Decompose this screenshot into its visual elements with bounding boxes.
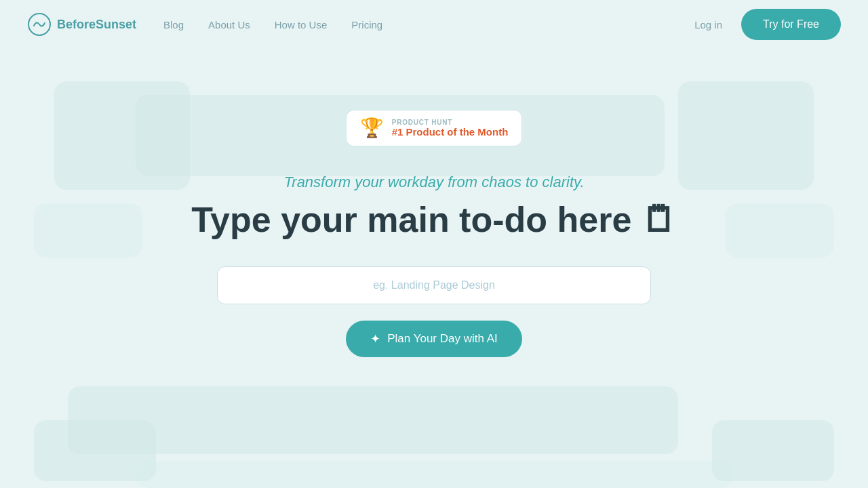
subheadline-accent: from chaos to clarity. <box>448 174 584 190</box>
subheadline-text: Transform your workday <box>284 174 444 190</box>
main-content: 🏆 PRODUCT HUNT #1 Product of the Month T… <box>0 49 868 357</box>
plan-button-label: Plan Your Day with AI <box>387 332 498 346</box>
nav-right: Log in Try for Free <box>694 9 841 40</box>
try-free-button[interactable]: Try for Free <box>741 9 841 40</box>
plan-day-button[interactable]: ✦ Plan Your Day with AI <box>346 321 522 357</box>
bg-block-6 <box>712 420 834 481</box>
logo-icon <box>27 12 52 37</box>
login-link[interactable]: Log in <box>694 19 722 30</box>
badge-text: PRODUCT HUNT #1 Product of the Month <box>392 119 509 138</box>
trophy-icon: 🏆 <box>360 119 384 138</box>
todo-input[interactable] <box>217 266 651 304</box>
main-headline: Type your main to-do here 🗒 <box>191 201 677 239</box>
logo-text: BeforeSunset <box>57 18 136 32</box>
nav-links: Blog About Us How to Use Pricing <box>163 19 694 30</box>
nav-about-us[interactable]: About Us <box>208 19 250 30</box>
navigation: BeforeSunset Blog About Us How to Use Pr… <box>0 0 868 49</box>
ai-icon: ✦ <box>370 331 380 346</box>
bg-block-5 <box>34 420 156 481</box>
nav-blog[interactable]: Blog <box>163 19 184 30</box>
subheadline: Transform your workday from chaos to cla… <box>284 174 585 191</box>
bg-block-4 <box>68 386 678 454</box>
nav-pricing[interactable]: Pricing <box>351 19 382 30</box>
product-hunt-badge: 🏆 PRODUCT HUNT #1 Product of the Month <box>346 110 523 146</box>
nav-how-to-use[interactable]: How to Use <box>275 19 328 30</box>
badge-title: #1 Product of the Month <box>392 126 509 138</box>
badge-label: PRODUCT HUNT <box>392 119 509 126</box>
bg-block-9 <box>136 461 732 488</box>
logo[interactable]: BeforeSunset <box>27 12 136 37</box>
